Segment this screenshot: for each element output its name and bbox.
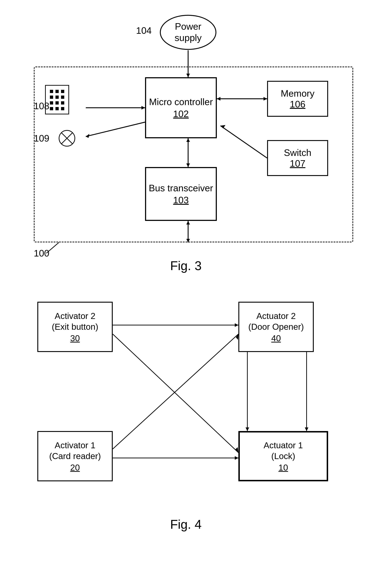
svg-marker-38 [235,323,238,327]
svg-marker-42 [236,334,238,340]
label-104: 104 [136,25,152,36]
svg-rect-23 [61,90,64,93]
svg-marker-48 [305,427,308,431]
microcontroller-ref: 102 [173,108,189,119]
svg-marker-46 [245,427,249,431]
svg-line-39 [113,334,238,453]
bus-transceiver-box: Bus transceiver 103 [145,167,217,221]
activator2-subtitle: (Exit button) [52,321,98,332]
svg-marker-44 [235,456,238,460]
microcontroller-box: Micro controller 102 [145,77,217,138]
svg-point-17 [160,15,216,49]
microcontroller-title: Micro controller [149,96,213,107]
fig3-container: Power supply 104 [23,11,364,280]
page: Power supply 104 [0,0,387,588]
memory-title: Memory [281,88,314,99]
switch-ref: 107 [290,158,306,169]
actuator2-title: Actuator 2 [257,311,296,321]
activator1-ref: 20 [70,463,80,473]
svg-rect-26 [61,96,64,99]
svg-marker-40 [235,447,238,453]
svg-rect-24 [50,96,53,99]
bulb-icon [58,129,76,148]
svg-rect-28 [56,101,59,105]
svg-rect-22 [56,90,59,93]
actuator1-subtitle: (Lock) [271,451,295,462]
switch-title: Switch [284,147,311,158]
actuator2-box: Actuator 2 (Door Opener) 40 [238,302,314,352]
label-108: 108 [34,101,49,111]
activator1-title: Activator 1 [55,440,96,451]
svg-rect-30 [50,107,53,110]
power-supply-svg: Power supply [159,14,217,50]
memory-box: Memory 106 [267,81,328,117]
activator2-box: Activator 2 (Exit button) 30 [37,302,113,352]
switch-box: Switch 107 [267,140,328,176]
svg-text:Power: Power [175,21,201,32]
svg-rect-27 [50,101,53,105]
actuator1-ref: 10 [278,463,288,473]
bulb-svg [58,129,76,147]
svg-line-41 [113,334,238,449]
activator2-ref: 30 [70,333,80,343]
label-100: 100 [34,248,49,259]
svg-text:supply: supply [175,33,202,43]
svg-rect-25 [56,96,59,99]
bus-ref: 103 [173,195,189,206]
svg-rect-29 [61,101,64,105]
bus-title: Bus transceiver [149,183,213,194]
fig4-container: Activator 2 (Exit button) 30 Actuator 2 … [23,287,364,557]
fig4-caption: Fig. 4 [170,517,202,532]
svg-rect-31 [56,107,59,110]
activator1-box: Activator 1 (Card reader) 20 [37,431,113,481]
memory-ref: 106 [290,99,306,109]
label-109: 109 [34,133,49,144]
activator1-subtitle: (Card reader) [49,451,101,462]
power-supply: Power supply [159,14,217,51]
actuator1-title: Actuator 1 [264,440,303,451]
actuator2-subtitle: (Door Opener) [248,321,304,332]
actuator1-box: Actuator 1 (Lock) 10 [238,431,328,481]
activator2-title: Activator 2 [55,311,96,321]
svg-rect-32 [61,107,64,110]
fig3-caption: Fig. 3 [170,259,202,273]
actuator2-ref: 40 [271,333,281,343]
svg-rect-21 [50,90,53,93]
